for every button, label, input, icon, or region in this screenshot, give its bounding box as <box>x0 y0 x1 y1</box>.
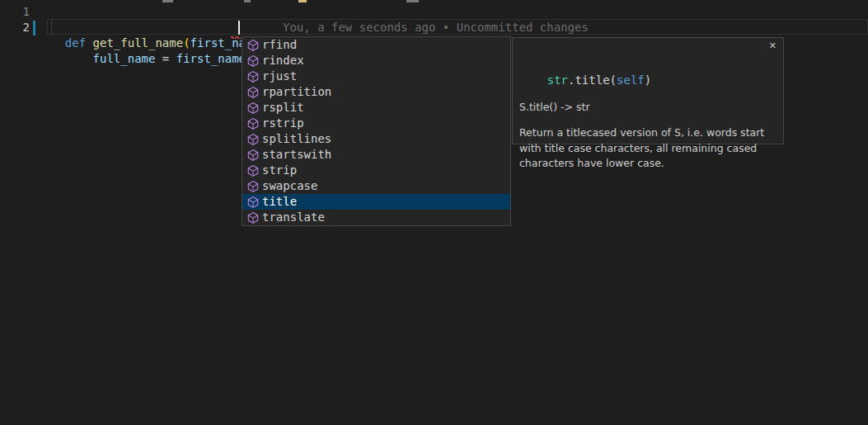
docs-signature: str.title(self) <box>519 41 777 88</box>
method-icon <box>246 196 260 209</box>
suggest-item[interactable]: strip <box>242 163 510 178</box>
gutter-modified-indicator <box>33 21 35 35</box>
docs-panel: ✕ str.title(self) S.title() -> str Retur… <box>512 37 784 144</box>
method-icon <box>246 117 260 130</box>
suggest-item[interactable]: rsplit <box>242 100 510 116</box>
suggest-item-label: rsplit <box>262 100 304 116</box>
docs-description-line: with title case characters, all remainin… <box>519 141 777 157</box>
breadcrumb-remnant <box>298 0 307 2</box>
code-token <box>65 52 93 65</box>
signature-token: str <box>547 73 568 87</box>
suggest-item[interactable]: rfind <box>242 37 510 53</box>
code-token: first_name <box>176 52 246 65</box>
error-squiggle <box>231 35 241 39</box>
method-icon <box>246 149 260 162</box>
suggest-item[interactable]: startswith <box>242 147 510 163</box>
suggest-item[interactable]: rpartition <box>242 84 510 100</box>
method-icon <box>246 211 260 224</box>
text-cursor <box>238 21 240 35</box>
suggest-item-label: startswith <box>262 147 331 163</box>
suggest-item-label: strip <box>262 163 297 178</box>
suggest-item[interactable]: rjust <box>242 68 510 84</box>
docs-description-line: Return a titlecased version of S, i.e. w… <box>519 125 777 141</box>
blame-annotation: You, a few seconds ago • Uncommitted cha… <box>283 20 589 35</box>
suggest-item-label: rfind <box>262 37 297 53</box>
suggest-item[interactable]: splitlines <box>242 131 510 147</box>
suggest-item-label: title <box>262 194 297 210</box>
signature-token: self <box>617 73 645 87</box>
signature-token: .title( <box>568 73 617 87</box>
method-icon <box>246 54 260 68</box>
suggest-item[interactable]: translate <box>242 210 510 225</box>
suggest-item-label: rjust <box>262 68 297 84</box>
line-number-2[interactable]: 2 <box>0 20 30 35</box>
suggest-widget: rfind rindex rjust <box>242 36 511 226</box>
suggest-item-label: rstrip <box>262 116 304 131</box>
suggest-item[interactable]: rstrip <box>242 116 510 131</box>
suggest-item-label: rpartition <box>262 84 331 100</box>
editor-surface[interactable]: 1 2 def get_full_name(first_name: str, l… <box>0 0 868 425</box>
breadcrumb-remnant <box>162 0 173 2</box>
method-icon <box>246 70 260 83</box>
docs-type-line: S.title() -> str <box>519 99 777 115</box>
suggest-item-label: swapcase <box>262 178 317 194</box>
method-icon <box>246 86 260 99</box>
breadcrumb-remnant <box>406 0 419 2</box>
suggest-item-label: splitlines <box>262 131 331 147</box>
method-icon <box>246 39 260 52</box>
code-token: = <box>155 52 176 65</box>
method-icon <box>246 102 260 115</box>
code-token: full_name <box>93 52 156 65</box>
close-icon[interactable]: ✕ <box>769 40 777 51</box>
line-number-1[interactable]: 1 <box>0 4 30 20</box>
method-icon <box>246 180 260 193</box>
docs-description-line: characters have lower case. <box>519 156 777 172</box>
docs-description: Return a titlecased version of S, i.e. w… <box>519 125 777 172</box>
method-icon <box>246 133 260 146</box>
method-icon <box>246 164 260 177</box>
suggest-item-label: rindex <box>262 53 304 68</box>
suggest-item[interactable]: swapcase <box>242 178 510 194</box>
suggest-item[interactable]: rindex <box>242 53 510 68</box>
suggest-item-label: translate <box>262 210 325 225</box>
suggest-item[interactable]: title <box>242 194 510 210</box>
signature-token: ) <box>645 73 651 87</box>
code-line-2[interactable]: full_name = first_name. <box>51 20 252 67</box>
breadcrumb-remnant <box>244 0 251 2</box>
